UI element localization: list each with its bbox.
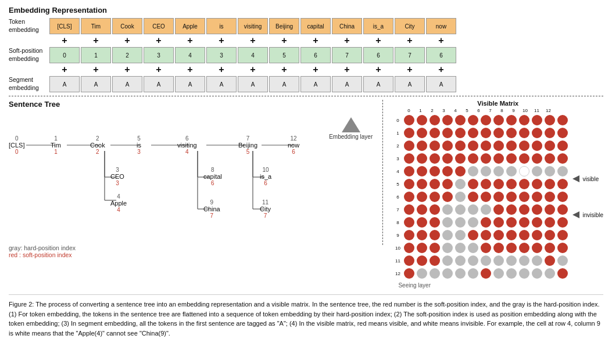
vm-cell (545, 217, 555, 228)
node-cook: 2 Cook 2 (90, 135, 105, 155)
vm-cell (493, 179, 504, 189)
vm-cell (557, 243, 568, 253)
vm-cell (519, 230, 529, 240)
vm-cell (506, 230, 517, 240)
vm-cell (532, 268, 542, 279)
caption-text: Figure 2: The process of converting a se… (9, 301, 600, 337)
vm-cell (417, 204, 427, 215)
vm-cell (545, 255, 555, 266)
token-now: now (426, 18, 456, 34)
vm-cell (417, 230, 427, 240)
sp-0: 0 (49, 47, 80, 63)
vm-row-3 (403, 152, 569, 165)
vm-cell (481, 204, 491, 215)
vm-cell (545, 204, 555, 215)
vm-cell (545, 128, 555, 138)
vm-cell (468, 192, 478, 202)
vm-right-legends: visible invisible (572, 114, 603, 280)
vm-cell (417, 166, 427, 176)
main-container: Embedding Representation Tokenembedding … (9, 6, 603, 338)
vm-cell (404, 230, 414, 240)
token-apple: Apple (175, 18, 205, 34)
vm-cell (417, 115, 427, 125)
vm-cell (455, 192, 466, 202)
vm-cell (557, 140, 568, 151)
sp-3: 3 (144, 47, 174, 63)
node-apple: 4 Apple 4 (110, 193, 127, 213)
vm-cell (468, 166, 478, 176)
vm-cell (417, 217, 427, 228)
vm-cell (430, 128, 440, 138)
legend-area: gray: hard-position index red : soft-pos… (9, 244, 323, 258)
token-cls: [CLS] (49, 18, 80, 34)
vm-cell (545, 166, 555, 176)
vm-cell (545, 192, 555, 202)
vm-cell (404, 179, 414, 189)
legend-red: red : soft-position index (9, 251, 323, 258)
node-is: 5 is 3 (137, 135, 141, 155)
vm-cell (417, 128, 427, 138)
vm-cell (506, 128, 517, 138)
vm-cell (481, 255, 491, 266)
vm-cell (532, 204, 542, 215)
sentence-tree-container: Sentence Tree (9, 100, 323, 289)
vm-cell (404, 115, 414, 125)
segment-cells: A A A A A A A A A A A A A (49, 76, 456, 92)
vm-cell (442, 153, 453, 164)
section-title: Embedding Representation (9, 6, 603, 15)
vm-cell (430, 230, 440, 240)
vm-cell (442, 243, 453, 253)
vm-cell (468, 230, 478, 240)
vm-cell (506, 217, 517, 228)
segment-label: Segmentembedding (9, 76, 49, 92)
vm-cell (519, 243, 529, 253)
vm-cell (430, 140, 440, 151)
seg-1: A (81, 76, 111, 92)
vm-cell (493, 128, 504, 138)
plus-row-1: + + + + + + + + + + + + + (9, 35, 603, 46)
sp-8: 6 (300, 47, 331, 63)
vm-cell (430, 179, 440, 189)
vm-cell (404, 153, 414, 164)
vm-cell (404, 128, 414, 138)
vm-cell (430, 268, 440, 279)
vm-cell (455, 268, 466, 279)
soft-position-row: Soft-positionembedding 0 1 2 3 4 3 4 5 6… (9, 47, 603, 63)
sp-4: 4 (175, 47, 205, 63)
vm-cell (430, 255, 440, 266)
vm-cell (493, 140, 504, 151)
vm-cell (468, 128, 478, 138)
vm-cell (455, 166, 466, 176)
vm-cell (417, 179, 427, 189)
legend-gray: gray: hard-position index (9, 244, 323, 251)
lower-section: Sentence Tree (9, 100, 603, 289)
vm-cell (545, 179, 555, 189)
sp-10: 6 (363, 47, 393, 63)
vm-legend-invisible: invisible (572, 211, 603, 218)
vm-cell (404, 192, 414, 202)
vm-cell (519, 217, 529, 228)
vm-cell (417, 255, 427, 266)
vm-cell (468, 255, 478, 266)
vm-row-8 (403, 216, 569, 229)
vm-cell (417, 243, 427, 253)
vm-cell (506, 166, 517, 176)
vm-cell (455, 115, 466, 125)
vm-cell (532, 255, 542, 266)
vm-cell (455, 140, 466, 151)
vm-cell (519, 204, 529, 215)
vm-cell (404, 140, 414, 151)
vm-cell (430, 192, 440, 202)
vm-cell (481, 115, 491, 125)
embedding-layer-arrow: Embedding layer (329, 117, 373, 140)
vm-cell (519, 192, 529, 202)
vm-cell (519, 115, 529, 125)
vm-cell (442, 115, 453, 125)
figure-caption: Figure 2: The process of converting a se… (9, 294, 603, 338)
vm-cell (430, 115, 440, 125)
vm-cell (468, 217, 478, 228)
vm-cells (403, 114, 569, 280)
vm-cell (404, 255, 414, 266)
vm-cell (557, 128, 568, 138)
vm-cell (557, 268, 568, 279)
